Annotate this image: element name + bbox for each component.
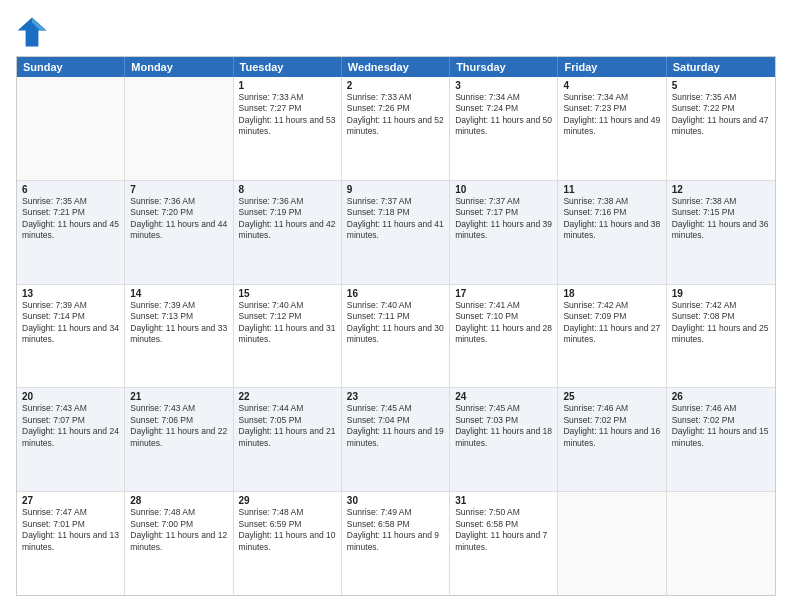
day-info: Sunrise: 7:46 AMSunset: 7:02 PMDaylight:… (563, 403, 660, 449)
day-info: Sunrise: 7:47 AMSunset: 7:01 PMDaylight:… (22, 507, 119, 553)
header-day-saturday: Saturday (667, 57, 775, 77)
day-info: Sunrise: 7:41 AMSunset: 7:10 PMDaylight:… (455, 300, 552, 346)
calendar-row: 6Sunrise: 7:35 AMSunset: 7:21 PMDaylight… (17, 180, 775, 284)
calendar-cell: 15Sunrise: 7:40 AMSunset: 7:12 PMDayligh… (234, 285, 342, 388)
day-info: Sunrise: 7:40 AMSunset: 7:11 PMDaylight:… (347, 300, 444, 346)
calendar-cell: 4Sunrise: 7:34 AMSunset: 7:23 PMDaylight… (558, 77, 666, 180)
calendar-cell: 16Sunrise: 7:40 AMSunset: 7:11 PMDayligh… (342, 285, 450, 388)
calendar-cell: 12Sunrise: 7:38 AMSunset: 7:15 PMDayligh… (667, 181, 775, 284)
day-info: Sunrise: 7:36 AMSunset: 7:19 PMDaylight:… (239, 196, 336, 242)
day-number: 10 (455, 184, 552, 195)
day-info: Sunrise: 7:45 AMSunset: 7:04 PMDaylight:… (347, 403, 444, 449)
day-info: Sunrise: 7:49 AMSunset: 6:58 PMDaylight:… (347, 507, 444, 553)
day-number: 14 (130, 288, 227, 299)
calendar-cell: 8Sunrise: 7:36 AMSunset: 7:19 PMDaylight… (234, 181, 342, 284)
day-info: Sunrise: 7:46 AMSunset: 7:02 PMDaylight:… (672, 403, 770, 449)
logo-icon (16, 16, 48, 48)
day-info: Sunrise: 7:36 AMSunset: 7:20 PMDaylight:… (130, 196, 227, 242)
day-number: 21 (130, 391, 227, 402)
day-info: Sunrise: 7:33 AMSunset: 7:26 PMDaylight:… (347, 92, 444, 138)
day-number: 23 (347, 391, 444, 402)
day-number: 3 (455, 80, 552, 91)
calendar-cell: 26Sunrise: 7:46 AMSunset: 7:02 PMDayligh… (667, 388, 775, 491)
calendar-row: 20Sunrise: 7:43 AMSunset: 7:07 PMDayligh… (17, 387, 775, 491)
day-number: 29 (239, 495, 336, 506)
header (16, 16, 776, 48)
calendar-cell: 24Sunrise: 7:45 AMSunset: 7:03 PMDayligh… (450, 388, 558, 491)
day-number: 26 (672, 391, 770, 402)
calendar-header: SundayMondayTuesdayWednesdayThursdayFrid… (17, 57, 775, 77)
calendar-cell: 2Sunrise: 7:33 AMSunset: 7:26 PMDaylight… (342, 77, 450, 180)
day-number: 8 (239, 184, 336, 195)
header-day-friday: Friday (558, 57, 666, 77)
day-info: Sunrise: 7:38 AMSunset: 7:16 PMDaylight:… (563, 196, 660, 242)
calendar-cell: 19Sunrise: 7:42 AMSunset: 7:08 PMDayligh… (667, 285, 775, 388)
calendar-cell (17, 77, 125, 180)
day-info: Sunrise: 7:39 AMSunset: 7:14 PMDaylight:… (22, 300, 119, 346)
day-info: Sunrise: 7:42 AMSunset: 7:08 PMDaylight:… (672, 300, 770, 346)
calendar-cell: 23Sunrise: 7:45 AMSunset: 7:04 PMDayligh… (342, 388, 450, 491)
calendar-cell: 1Sunrise: 7:33 AMSunset: 7:27 PMDaylight… (234, 77, 342, 180)
day-number: 2 (347, 80, 444, 91)
day-info: Sunrise: 7:39 AMSunset: 7:13 PMDaylight:… (130, 300, 227, 346)
calendar-cell: 28Sunrise: 7:48 AMSunset: 7:00 PMDayligh… (125, 492, 233, 595)
day-info: Sunrise: 7:44 AMSunset: 7:05 PMDaylight:… (239, 403, 336, 449)
day-number: 24 (455, 391, 552, 402)
day-number: 25 (563, 391, 660, 402)
day-number: 28 (130, 495, 227, 506)
calendar-cell: 22Sunrise: 7:44 AMSunset: 7:05 PMDayligh… (234, 388, 342, 491)
day-info: Sunrise: 7:35 AMSunset: 7:21 PMDaylight:… (22, 196, 119, 242)
header-day-sunday: Sunday (17, 57, 125, 77)
day-number: 4 (563, 80, 660, 91)
calendar-cell: 14Sunrise: 7:39 AMSunset: 7:13 PMDayligh… (125, 285, 233, 388)
day-number: 12 (672, 184, 770, 195)
day-number: 19 (672, 288, 770, 299)
day-number: 13 (22, 288, 119, 299)
day-info: Sunrise: 7:43 AMSunset: 7:06 PMDaylight:… (130, 403, 227, 449)
calendar-body: 1Sunrise: 7:33 AMSunset: 7:27 PMDaylight… (17, 77, 775, 595)
calendar-cell (558, 492, 666, 595)
day-number: 9 (347, 184, 444, 195)
day-number: 18 (563, 288, 660, 299)
day-info: Sunrise: 7:34 AMSunset: 7:23 PMDaylight:… (563, 92, 660, 138)
day-number: 11 (563, 184, 660, 195)
day-info: Sunrise: 7:48 AMSunset: 6:59 PMDaylight:… (239, 507, 336, 553)
day-number: 20 (22, 391, 119, 402)
calendar-row: 1Sunrise: 7:33 AMSunset: 7:27 PMDaylight… (17, 77, 775, 180)
day-info: Sunrise: 7:45 AMSunset: 7:03 PMDaylight:… (455, 403, 552, 449)
calendar-cell (125, 77, 233, 180)
day-info: Sunrise: 7:33 AMSunset: 7:27 PMDaylight:… (239, 92, 336, 138)
calendar-cell: 5Sunrise: 7:35 AMSunset: 7:22 PMDaylight… (667, 77, 775, 180)
calendar: SundayMondayTuesdayWednesdayThursdayFrid… (16, 56, 776, 596)
calendar-cell: 7Sunrise: 7:36 AMSunset: 7:20 PMDaylight… (125, 181, 233, 284)
day-number: 1 (239, 80, 336, 91)
day-info: Sunrise: 7:38 AMSunset: 7:15 PMDaylight:… (672, 196, 770, 242)
calendar-cell (667, 492, 775, 595)
day-info: Sunrise: 7:34 AMSunset: 7:24 PMDaylight:… (455, 92, 552, 138)
day-info: Sunrise: 7:42 AMSunset: 7:09 PMDaylight:… (563, 300, 660, 346)
calendar-cell: 11Sunrise: 7:38 AMSunset: 7:16 PMDayligh… (558, 181, 666, 284)
day-number: 17 (455, 288, 552, 299)
logo (16, 16, 52, 48)
calendar-cell: 31Sunrise: 7:50 AMSunset: 6:58 PMDayligh… (450, 492, 558, 595)
header-day-thursday: Thursday (450, 57, 558, 77)
day-number: 7 (130, 184, 227, 195)
calendar-cell: 6Sunrise: 7:35 AMSunset: 7:21 PMDaylight… (17, 181, 125, 284)
day-number: 16 (347, 288, 444, 299)
day-number: 27 (22, 495, 119, 506)
calendar-cell: 27Sunrise: 7:47 AMSunset: 7:01 PMDayligh… (17, 492, 125, 595)
day-info: Sunrise: 7:43 AMSunset: 7:07 PMDaylight:… (22, 403, 119, 449)
calendar-row: 27Sunrise: 7:47 AMSunset: 7:01 PMDayligh… (17, 491, 775, 595)
day-number: 31 (455, 495, 552, 506)
calendar-cell: 13Sunrise: 7:39 AMSunset: 7:14 PMDayligh… (17, 285, 125, 388)
day-info: Sunrise: 7:50 AMSunset: 6:58 PMDaylight:… (455, 507, 552, 553)
calendar-cell: 29Sunrise: 7:48 AMSunset: 6:59 PMDayligh… (234, 492, 342, 595)
header-day-monday: Monday (125, 57, 233, 77)
day-info: Sunrise: 7:37 AMSunset: 7:17 PMDaylight:… (455, 196, 552, 242)
calendar-cell: 17Sunrise: 7:41 AMSunset: 7:10 PMDayligh… (450, 285, 558, 388)
calendar-cell: 3Sunrise: 7:34 AMSunset: 7:24 PMDaylight… (450, 77, 558, 180)
day-info: Sunrise: 7:37 AMSunset: 7:18 PMDaylight:… (347, 196, 444, 242)
day-info: Sunrise: 7:35 AMSunset: 7:22 PMDaylight:… (672, 92, 770, 138)
page: SundayMondayTuesdayWednesdayThursdayFrid… (0, 0, 792, 612)
calendar-cell: 21Sunrise: 7:43 AMSunset: 7:06 PMDayligh… (125, 388, 233, 491)
